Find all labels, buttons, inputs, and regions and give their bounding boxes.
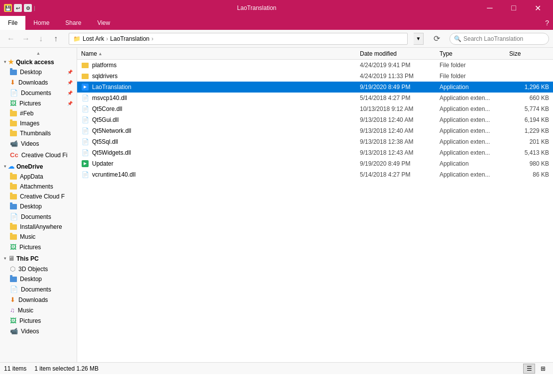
sidebar-item-feb[interactable]: #Feb bbox=[0, 108, 77, 118]
file-size: 86 KB bbox=[509, 171, 549, 178]
table-row[interactable]: 📄 vcruntime140.dll 5/14/2018 4:27 PM App… bbox=[77, 169, 553, 180]
file-size: 6,194 KB bbox=[509, 116, 549, 123]
file-size: 980 KB bbox=[509, 160, 549, 167]
quick-access-icon: ★ bbox=[8, 58, 14, 66]
sidebar-item-images-label: Images bbox=[20, 120, 39, 127]
sidebar-item-thumbnails[interactable]: Thumbnails bbox=[0, 128, 77, 138]
help-button[interactable]: ? bbox=[541, 16, 553, 30]
table-row[interactable]: sqldrivers 4/24/2019 11:33 PM File folde… bbox=[77, 71, 553, 82]
sidebar-header-onedrive[interactable]: ▾ ☁ OneDrive bbox=[0, 161, 77, 172]
sidebar-item-pictures-label: Pictures bbox=[19, 100, 41, 107]
sidebar-item-pictures[interactable]: 🖼 Pictures 📌 bbox=[0, 98, 77, 108]
column-header-type[interactable]: Type bbox=[440, 50, 509, 57]
sidebar-item-desktop-pc-label: Desktop bbox=[20, 276, 42, 283]
address-path[interactable]: 📁 Lost Ark › LaoTranslation › bbox=[69, 33, 408, 45]
nav-up-button[interactable]: ↑ bbox=[49, 32, 63, 46]
sidebar-item-videos[interactable]: 📹 Videos bbox=[0, 138, 77, 149]
large-icons-view-button[interactable]: ⊞ bbox=[537, 364, 549, 374]
file-icon: 📄 bbox=[81, 127, 89, 135]
sidebar-header-this-pc[interactable]: ▾ 🖥 This PC bbox=[0, 253, 77, 264]
sidebar-header-quick-access[interactable]: ▾ ★ Quick access bbox=[0, 57, 77, 67]
table-row[interactable]: 📄 msvcp140.dll 5/14/2018 4:27 PM Applica… bbox=[77, 93, 553, 103]
column-header-date[interactable]: Date modified bbox=[360, 50, 440, 57]
documents-pc-icon: 📄 bbox=[10, 286, 18, 293]
column-header-name[interactable]: Name ▲ bbox=[81, 50, 360, 57]
table-row[interactable]: 📄 Qt5Network.dll 9/13/2018 12:40 AM Appl… bbox=[77, 125, 553, 136]
sidebar-item-creative-cloud[interactable]: Cc Creative Cloud Fi bbox=[0, 150, 77, 160]
app-icon: ▶ bbox=[82, 160, 89, 167]
sidebar-item-downloads[interactable]: ⬇ Downloads 📌 bbox=[0, 77, 77, 88]
sidebar-item-documents-od[interactable]: 📄 Documents bbox=[0, 211, 77, 222]
file-name: Qt5Gui.dll bbox=[92, 116, 360, 123]
refresh-button[interactable]: ⟳ bbox=[430, 32, 443, 46]
nav-forward-button[interactable]: → bbox=[19, 32, 33, 46]
table-row[interactable]: ▶ LaoTranslation 9/19/2020 8:49 PM Appli… bbox=[77, 82, 553, 93]
details-view-button[interactable]: ☰ bbox=[523, 364, 535, 374]
sidebar-item-appdata[interactable]: AppData bbox=[0, 172, 77, 182]
ribbon-tabs: File Home Share View ? bbox=[0, 16, 553, 30]
sidebar-item-videos-label: Videos bbox=[21, 140, 39, 147]
sidebar-item-3d-objects[interactable]: ⬡ 3D Objects bbox=[0, 264, 77, 274]
images-folder-icon bbox=[10, 121, 17, 126]
thumbnails-folder-icon bbox=[10, 131, 17, 136]
maximize-button[interactable]: □ bbox=[502, 0, 525, 16]
nav-back-button[interactable]: ← bbox=[4, 32, 18, 46]
file-icon: ▶ bbox=[81, 83, 89, 91]
file-date: 9/13/2018 12:40 AM bbox=[360, 116, 440, 123]
file-type: Application exten... bbox=[440, 105, 509, 112]
table-row[interactable]: 📄 Qt5Sql.dll 9/13/2018 12:38 AM Applicat… bbox=[77, 136, 553, 147]
search-box[interactable]: 🔍 bbox=[449, 33, 549, 45]
nav-recent-button[interactable]: ↓ bbox=[34, 32, 48, 46]
onedrive-icon: ☁ bbox=[8, 163, 14, 170]
table-row[interactable]: 📄 Qt5Gui.dll 9/13/2018 12:40 AM Applicat… bbox=[77, 114, 553, 125]
sidebar-item-installanywhere[interactable]: InstallAnywhere bbox=[0, 222, 77, 232]
address-dropdown-button[interactable]: ▼ bbox=[414, 33, 424, 45]
sidebar-item-documents-pc[interactable]: 📄 Documents bbox=[0, 284, 77, 294]
file-type: Application exten... bbox=[440, 149, 509, 156]
tab-share[interactable]: Share bbox=[57, 16, 89, 30]
table-row[interactable]: 📄 Qt5Widgets.dll 9/13/2018 12:43 AM Appl… bbox=[77, 147, 553, 158]
close-button[interactable]: ✕ bbox=[526, 0, 549, 16]
file-size: 5,774 KB bbox=[509, 105, 549, 112]
file-date: 4/24/2019 9:41 PM bbox=[360, 62, 440, 69]
path-sep-1: › bbox=[106, 35, 108, 42]
sidebar-item-creative-cloud-label: Creative Cloud Fi bbox=[21, 152, 68, 159]
sidebar-item-creative-cloud-od[interactable]: Creative Cloud F bbox=[0, 192, 77, 201]
sidebar-item-documents[interactable]: 📄 Documents 📌 bbox=[0, 88, 77, 98]
attachments-folder-icon bbox=[10, 184, 17, 190]
this-pc-label: This PC bbox=[16, 255, 39, 262]
sidebar-item-desktop[interactable]: Desktop 📌 bbox=[0, 67, 77, 77]
sidebar-item-videos-pc[interactable]: 📹 Videos bbox=[0, 326, 77, 336]
column-headers: Name ▲ Date modified Type Size bbox=[77, 48, 553, 60]
sidebar-item-documents-pc-label: Documents bbox=[21, 286, 51, 293]
sidebar-item-attachments-label: Attachments bbox=[20, 183, 53, 190]
tab-view[interactable]: View bbox=[89, 16, 118, 30]
path-part-lost-ark[interactable]: Lost Ark bbox=[83, 35, 104, 42]
minimize-button[interactable]: ─ bbox=[478, 0, 501, 16]
sidebar-item-music-od[interactable]: Music bbox=[0, 232, 77, 242]
music-od-folder-icon bbox=[10, 234, 17, 240]
sidebar-item-pictures-od[interactable]: 🖼 Pictures bbox=[0, 242, 77, 252]
sidebar-item-music-pc[interactable]: ♫ Music bbox=[0, 305, 77, 315]
table-row[interactable]: 📄 Qt5Core.dll 10/13/2018 9:12 AM Applica… bbox=[77, 103, 553, 114]
sidebar-item-attachments[interactable]: Attachments bbox=[0, 182, 77, 192]
table-row[interactable]: platforms 4/24/2019 9:41 PM File folder bbox=[77, 60, 553, 71]
ribbon-tools: ← → ↓ ↑ bbox=[4, 32, 63, 46]
tab-file[interactable]: File bbox=[0, 16, 25, 30]
sidebar-item-pictures-pc[interactable]: 🖼 Pictures bbox=[0, 315, 77, 326]
file-name: Updater bbox=[92, 160, 360, 167]
sidebar-item-desktop-od[interactable]: Desktop bbox=[0, 201, 77, 211]
music-pc-icon: ♫ bbox=[10, 306, 15, 314]
file-date: 9/13/2018 12:40 AM bbox=[360, 127, 440, 134]
tab-home[interactable]: Home bbox=[25, 16, 57, 30]
column-header-size[interactable]: Size bbox=[509, 50, 549, 57]
sidebar-item-3d-objects-label: 3D Objects bbox=[18, 266, 48, 273]
sidebar-item-desktop-pc[interactable]: Desktop bbox=[0, 274, 77, 284]
sidebar-section-this-pc: ▾ 🖥 This PC ⬡ 3D Objects Desktop 📄 Docum… bbox=[0, 253, 77, 336]
path-part-laotranslation[interactable]: LaoTranslation bbox=[110, 35, 149, 42]
sidebar-item-images[interactable]: Images bbox=[0, 118, 77, 128]
search-input[interactable] bbox=[463, 35, 545, 42]
table-row[interactable]: ▶ Updater 9/19/2020 8:49 PM Application … bbox=[77, 158, 553, 169]
dll-icon: 📄 bbox=[82, 95, 89, 101]
sidebar-item-downloads-pc[interactable]: ⬇ Downloads bbox=[0, 294, 77, 305]
